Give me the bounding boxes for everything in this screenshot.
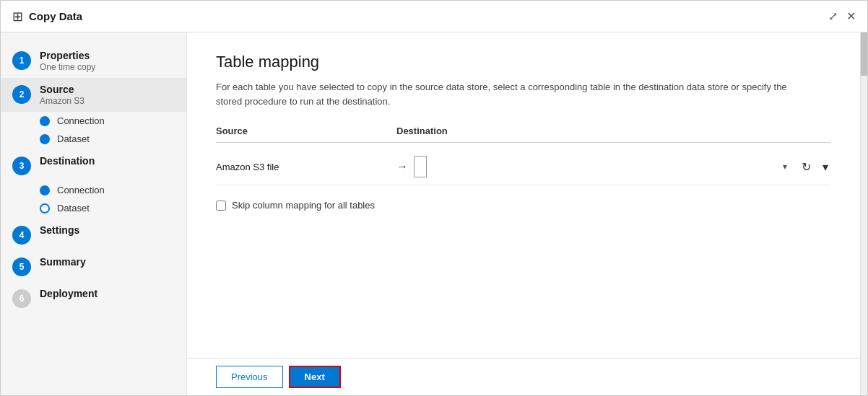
destination-dataset-item[interactable]: Dataset (40, 201, 186, 216)
destination-column-header: Destination (396, 126, 831, 136)
source-dataset-item[interactable]: Dataset (40, 131, 186, 146)
footer: Previous Next (187, 358, 860, 395)
scrollbar-thumb[interactable] (861, 32, 867, 76)
main-body: Table mapping For each table you have se… (187, 32, 860, 358)
title-bar: ⊞ Copy Data ⤢ ✕ (1, 1, 867, 32)
sidebar-item-summary-label: Summary (40, 256, 86, 268)
page-title: Table mapping (216, 53, 831, 71)
destination-sub-items: Connection Dataset (1, 182, 186, 216)
source-connection-dot (40, 116, 50, 126)
title-bar-controls: ⤢ ✕ (828, 9, 856, 23)
source-sub-items: Connection Dataset (1, 113, 186, 146)
source-connection-item[interactable]: Connection (40, 113, 186, 128)
title-bar-left: ⊞ Copy Data (12, 9, 82, 25)
sidebar-item-destination-content: Destination (40, 155, 95, 167)
source-column-header: Source (216, 126, 396, 136)
step-number-5: 5 (12, 258, 31, 276)
close-icon[interactable]: ✕ (846, 9, 856, 23)
sidebar-item-deployment-content: Deployment (40, 288, 97, 299)
sidebar-item-properties[interactable]: 1 Properties One time copy (1, 44, 186, 78)
window: ⊞ Copy Data ⤢ ✕ 1 Properties One time co… (0, 0, 868, 396)
expand-row-button[interactable]: ▾ (820, 159, 831, 175)
destination-select-wrapper: ↻ ▾ (414, 156, 831, 177)
destination-dataset-label: Dataset (57, 203, 90, 214)
source-file-name: Amazon S3 file (216, 162, 279, 172)
copy-data-icon: ⊞ (12, 9, 23, 25)
destination-connection-label: Connection (57, 185, 105, 195)
window-title: Copy Data (29, 10, 82, 22)
source-file-label: Amazon S3 file (216, 162, 396, 172)
destination-select[interactable] (414, 156, 427, 177)
sidebar-item-source-sub: Amazon S3 (40, 96, 84, 106)
refresh-button[interactable]: ↻ (799, 159, 814, 175)
sidebar-item-settings[interactable]: 4 Settings (1, 219, 186, 250)
skip-mapping-row: Skip column mapping for all tables (216, 200, 831, 211)
destination-connection-dot (40, 185, 50, 195)
source-dataset-dot (40, 134, 50, 144)
sidebar-item-deployment-label: Deployment (40, 288, 97, 299)
sidebar-item-properties-sub: One time copy (40, 62, 95, 72)
sidebar: 1 Properties One time copy 2 Source Amaz… (1, 32, 187, 395)
expand-icon[interactable]: ⤢ (828, 9, 838, 23)
main-content: Table mapping For each table you have se… (187, 32, 860, 395)
skip-mapping-checkbox[interactable] (216, 201, 226, 211)
step-number-1: 1 (12, 51, 31, 70)
sidebar-item-source-content: Source Amazon S3 (40, 84, 84, 106)
sidebar-item-settings-content: Settings (40, 224, 79, 236)
step-number-4: 4 (12, 226, 31, 245)
sidebar-item-properties-content: Properties One time copy (40, 50, 95, 72)
scrollbar[interactable] (860, 32, 867, 395)
destination-dataset-dot (40, 203, 50, 214)
mapping-table-row: Amazon S3 file → ↻ ▾ (216, 149, 831, 185)
source-dataset-label: Dataset (57, 133, 90, 144)
source-connection-label: Connection (57, 115, 105, 126)
sidebar-item-source[interactable]: 2 Source Amazon S3 (1, 78, 186, 112)
sidebar-item-summary-content: Summary (40, 256, 86, 268)
sidebar-item-properties-label: Properties (40, 50, 95, 61)
sidebar-item-settings-label: Settings (40, 224, 79, 236)
next-button[interactable]: Next (289, 366, 341, 388)
sidebar-item-source-label: Source (40, 84, 84, 95)
page-description: For each table you have selected to copy… (216, 80, 808, 108)
table-header: Source Destination (216, 126, 831, 143)
skip-mapping-label: Skip column mapping for all tables (232, 200, 375, 211)
step-number-6: 6 (12, 289, 31, 308)
arrow-icon: → (396, 160, 408, 173)
step-number-3: 3 (12, 157, 31, 175)
destination-select-container (414, 156, 793, 177)
sidebar-item-destination-label: Destination (40, 155, 95, 167)
sidebar-item-summary[interactable]: 5 Summary (1, 250, 186, 282)
content: 1 Properties One time copy 2 Source Amaz… (1, 32, 867, 395)
previous-button[interactable]: Previous (216, 366, 283, 388)
sidebar-item-deployment[interactable]: 6 Deployment (1, 282, 186, 314)
step-number-2: 2 (12, 85, 31, 104)
destination-connection-item[interactable]: Connection (40, 182, 186, 198)
sidebar-item-destination[interactable]: 3 Destination (1, 149, 186, 181)
